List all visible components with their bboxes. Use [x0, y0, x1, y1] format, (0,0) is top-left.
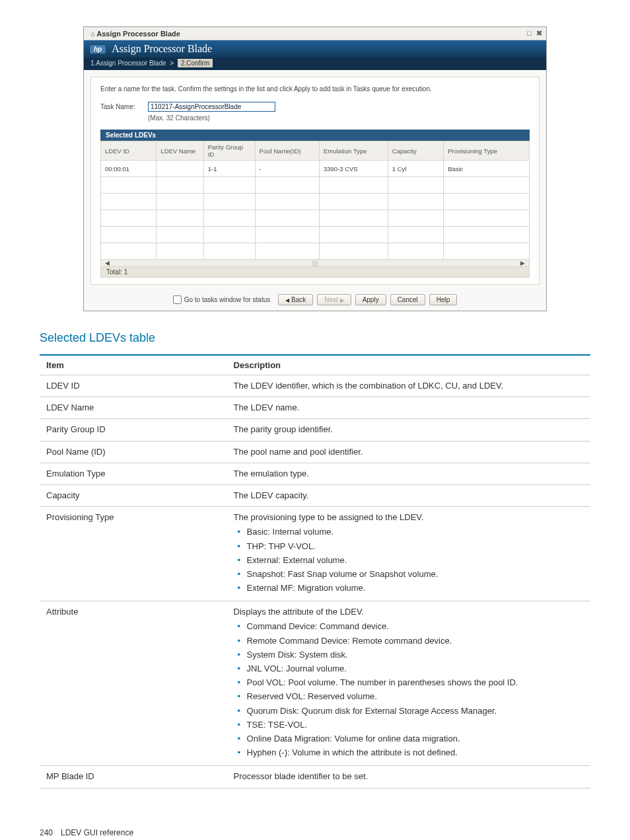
ref-item: MP Blade ID: [40, 766, 227, 788]
selected-ldevs-header: Selected LDEVs: [100, 130, 530, 141]
dialog-footer: Go to tasks window for status ◀ Back Nex…: [84, 291, 546, 311]
cell-ldev-id: 00:00:01: [101, 161, 157, 177]
ref-row: AttributeDisplays the attribute of the L…: [40, 601, 590, 766]
ref-item: Parity Group ID: [40, 419, 227, 441]
ref-bullet: Quorum Disk: Quorum disk for External St…: [247, 705, 584, 717]
ref-bullet: JNL VOL: Journal volume.: [247, 663, 584, 675]
ref-desc: Displays the attribute of the LDEV.Comma…: [227, 601, 590, 766]
table-row: [101, 177, 530, 194]
col-ldev-name[interactable]: LDEV Name: [157, 141, 203, 161]
section-title: Selected LDEVs table: [40, 331, 590, 345]
ref-desc: The provisioning type to be assigned to …: [227, 507, 590, 601]
ref-bullet: System Disk: System disk.: [247, 649, 584, 661]
cancel-button[interactable]: Cancel: [390, 294, 425, 305]
table-row[interactable]: 00:00:01 1-1 - 3390-3 CVS 1 Cyl Basic: [101, 161, 530, 177]
ref-row: Provisioning TypeThe provisioning type t…: [40, 507, 590, 601]
next-button: Next ▶: [317, 294, 351, 305]
scroll-left-icon[interactable]: ◀: [103, 260, 111, 266]
ref-row: LDEV NameThe LDEV name.: [40, 397, 590, 419]
ref-item: Attribute: [40, 601, 227, 766]
ref-item: LDEV Name: [40, 397, 227, 419]
col-capacity[interactable]: Capacity: [388, 141, 443, 161]
table-row: [101, 210, 530, 227]
cell-pool-name: -: [255, 161, 319, 177]
ref-bullet: External: External volume.: [247, 554, 584, 566]
ref-bullet: Hyphen (-): Volume in which the attribut…: [247, 747, 584, 759]
dialog-titlebar: Assign Processor Blade ✖: [84, 27, 546, 40]
task-name-note: (Max. 32 Characters): [148, 114, 530, 122]
ref-th-item: Item: [40, 355, 227, 375]
ref-desc: The LDEV identifier, which is the combin…: [227, 375, 590, 397]
ref-bullet: Remote Command Device: Remote command de…: [247, 635, 584, 647]
ref-bullet: THP: THP V-VOL.: [247, 541, 584, 553]
col-ldev-id[interactable]: LDEV ID: [101, 141, 157, 161]
wizard-sep: >: [170, 59, 174, 67]
ref-bullet: TSE: TSE-VOL.: [247, 719, 584, 731]
col-parity-group-id[interactable]: Parity Group ID: [203, 141, 255, 161]
ref-item: Pool Name (ID): [40, 441, 227, 463]
cell-emulation: 3390-3 CVS: [319, 161, 388, 177]
table-hscroll[interactable]: ◀ |||| ▶: [100, 260, 530, 267]
ref-row: Emulation TypeThe emulation type.: [40, 463, 590, 484]
apply-button[interactable]: Apply: [355, 294, 386, 305]
ref-bullet: Pool VOL: Pool volume. The number in par…: [247, 677, 584, 689]
back-button[interactable]: ◀ Back: [278, 294, 313, 305]
ref-row: Pool Name (ID)The pool name and pool ide…: [40, 441, 590, 463]
selected-ldevs-reference-table: Item Description LDEV IDThe LDEV identif…: [40, 354, 590, 788]
ref-desc: The LDEV name.: [227, 397, 590, 419]
assign-processor-blade-dialog: Assign Processor Blade ✖ hp Assign Proce…: [83, 26, 547, 311]
ref-desc: The pool name and pool identifier.: [227, 441, 590, 463]
ref-bullet: Snapshot: Fast Snap volume or Snapshot v…: [247, 568, 584, 580]
task-name-input[interactable]: [148, 102, 275, 112]
ref-desc: The emulation type.: [227, 463, 590, 484]
ref-bullet: Basic: Internal volume.: [247, 526, 584, 538]
ref-item: Emulation Type: [40, 463, 227, 484]
ref-row: MP Blade IDProcessor blade identifier to…: [40, 766, 590, 788]
dialog-instructions: Enter a name for the task. Confirm the s…: [100, 85, 530, 93]
goto-tasks-text: Go to tasks window for status: [184, 296, 271, 303]
ref-item: Provisioning Type: [40, 507, 227, 601]
dialog-header: hp Assign Processor Blade: [84, 40, 546, 57]
col-provisioning-type[interactable]: Provisioning Type: [444, 141, 530, 161]
cell-parity-group: 1-1: [203, 161, 255, 177]
scroll-grip-icon[interactable]: ||||: [312, 260, 318, 266]
table-row: [101, 227, 530, 243]
wizard-step-2: 2.Confirm: [178, 59, 213, 67]
scroll-right-icon[interactable]: ▶: [519, 260, 527, 266]
ref-th-desc: Description: [227, 355, 590, 375]
help-button[interactable]: Help: [429, 294, 458, 305]
ref-row: LDEV IDThe LDEV identifier, which is the…: [40, 375, 590, 397]
selected-ldevs-table: LDEV ID LDEV Name Parity Group ID Pool N…: [100, 141, 530, 260]
ref-bullet: Online Data Migration: Volume for online…: [247, 733, 584, 745]
task-name-label: Task Name:: [100, 103, 148, 110]
ref-item: LDEV ID: [40, 375, 227, 397]
cell-ldev-name: [157, 161, 203, 177]
col-pool-name-id[interactable]: Pool Name(ID): [255, 141, 319, 161]
ref-desc: The LDEV capacity.: [227, 484, 590, 506]
dialog-title: Assign Processor Blade: [112, 43, 212, 55]
goto-tasks-checkbox-label[interactable]: Go to tasks window for status: [173, 295, 271, 304]
table-total: Total: 1: [100, 267, 530, 278]
ref-desc: The parity group identifier.: [227, 419, 590, 441]
ref-bullet: External MF: Migration volume.: [247, 582, 584, 594]
hp-logo: hp: [89, 44, 106, 54]
close-icon[interactable]: ✖: [536, 29, 542, 38]
cell-capacity: 1 Cyl: [388, 161, 443, 177]
maximize-icon[interactable]: [527, 29, 532, 37]
ref-item: Capacity: [40, 484, 227, 506]
table-row: [101, 243, 530, 260]
pin-icon[interactable]: [90, 30, 95, 38]
ref-desc: Processor blade identifier to be set.: [227, 766, 590, 788]
table-row: [101, 194, 530, 210]
ref-row: CapacityThe LDEV capacity.: [40, 484, 590, 506]
page-footer: 240 LDEV GUI reference: [40, 828, 590, 837]
wizard-step-1: 1.Assign Processor Blade: [90, 59, 166, 67]
col-emulation-type[interactable]: Emulation Type: [319, 141, 388, 161]
ref-bullet: Command Device: Command device.: [247, 621, 584, 632]
goto-tasks-checkbox[interactable]: [173, 295, 182, 304]
triangle-right-icon: ▶: [340, 297, 344, 303]
triangle-left-icon: ◀: [285, 297, 289, 303]
ref-row: Parity Group IDThe parity group identifi…: [40, 419, 590, 441]
wizard-steps: 1.Assign Processor Blade > 2.Confirm: [84, 57, 546, 70]
dialog-titlebar-text: Assign Processor Blade: [96, 30, 180, 38]
